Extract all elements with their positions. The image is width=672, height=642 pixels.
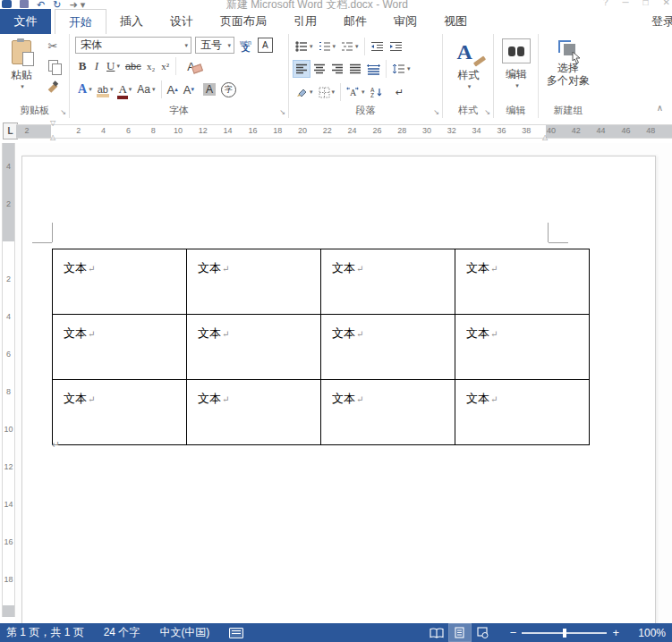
text-highlight-button[interactable]: ab▾ [95,80,116,98]
phonetic-guide-button[interactable]: wén 文 [240,40,251,51]
read-mode-button[interactable] [426,624,447,641]
bullets-button[interactable]: ▾ [293,38,316,55]
table-cell[interactable]: 文本↵ [53,315,187,380]
table-cell[interactable]: 文本↵ [321,249,455,315]
table-cell[interactable]: 文本↵ [455,380,590,445]
justify-button[interactable] [346,60,364,78]
zoom-out-button[interactable]: − [505,626,523,639]
print-layout-button[interactable] [449,624,471,641]
v-ruler[interactable]: 4224681012141618 [2,143,15,617]
line-spacing-dropdown-icon[interactable]: ▾ [407,65,411,72]
close-icon[interactable]: ✕ [663,0,670,7]
table-cell[interactable]: 文本↵ [321,315,455,380]
change-case-dropdown-icon[interactable]: ▾ [152,86,156,93]
web-layout-button[interactable] [472,624,494,641]
page[interactable]: 文本↵文本↵文本↵文本↵文本↵文本↵文本↵文本↵文本↵文本↵文本↵文本↵ ↵ [21,156,656,623]
font-color-button[interactable]: A▾ [115,80,134,98]
tab-设计[interactable]: 设计 [157,9,207,34]
superscript-button[interactable]: x² [158,57,173,75]
minimize-icon[interactable]: ─ [622,0,628,7]
table-cell[interactable]: 文本↵ [53,249,187,315]
document-area[interactable]: 文本↵文本↵文本↵文本↵文本↵文本↵文本↵文本↵文本↵文本↵文本↵文本↵ ↵ [15,143,672,623]
asian-layout-button[interactable]: A ▾ [344,83,368,101]
font-name-combo[interactable]: 宋体 ▾ [75,37,191,54]
zoom-percentage[interactable]: 100% [634,627,666,639]
right-indent-marker[interactable]: △ [542,134,548,141]
customize-qat-arrow-icon[interactable]: ➜ ▾ [69,0,85,9]
font-size-combo[interactable]: 五号 ▾ [195,37,234,54]
collapse-ribbon-icon[interactable]: ∧ [657,103,663,113]
doc-table[interactable]: 文本↵文本↵文本↵文本↵文本↵文本↵文本↵文本↵文本↵文本↵文本↵文本↵ [52,249,590,445]
show-hide-marks-button[interactable]: ↵ [393,83,407,101]
italic-button[interactable]: I [89,57,104,75]
font-dialog-launcher[interactable]: ↘ [279,109,285,116]
font-size-dropdown-icon[interactable]: ▾ [227,42,231,49]
sort-button[interactable]: AZ [368,83,386,101]
page-info[interactable]: 第 1 页，共 1 页 [6,625,84,640]
zoom-slider-track[interactable] [522,632,607,634]
underline-button[interactable]: U▾ [104,57,123,75]
paragraph-dialog-launcher[interactable]: ↘ [433,109,439,116]
language-status[interactable]: 中文(中国) [159,625,209,640]
cut-button[interactable]: ✂ [43,38,63,55]
tab-开始[interactable]: 开始 [55,9,106,34]
tab-页面布局[interactable]: 页面布局 [207,9,280,34]
zoom-in-button[interactable]: + [607,626,625,639]
character-border-button[interactable]: A [258,38,273,53]
enclose-characters-button[interactable]: 字 [218,80,239,98]
first-line-indent-marker[interactable]: ▽ [50,120,55,127]
change-case-button[interactable]: Aa▾ [134,80,157,98]
increase-indent-button[interactable] [387,38,405,55]
bold-button[interactable]: B [75,57,89,75]
shading-dropdown-icon[interactable]: ▾ [310,89,313,96]
line-spacing-button[interactable]: ▾ [389,60,413,78]
font-color-dropdown-icon[interactable]: ▾ [129,86,132,93]
tab-插入[interactable]: 插入 [106,9,157,34]
table-cell[interactable]: 文本↵ [187,380,321,445]
paste-button[interactable]: 粘贴 ▾ [4,38,39,102]
shrink-font-button[interactable]: A▾ [181,80,197,98]
sign-in-link[interactable]: 登录 [651,9,672,34]
align-center-button[interactable] [310,60,328,78]
table-cell[interactable]: 文本↵ [187,249,321,315]
table-cell[interactable]: 文本↵ [53,380,187,445]
strikethrough-button[interactable]: abc [123,57,144,75]
table-cell[interactable]: 文本↵ [455,315,590,380]
borders-button[interactable]: ▾ [316,83,338,101]
zoom-slider-thumb[interactable] [563,629,566,638]
editing-button[interactable]: 编辑 ▾ [500,38,532,89]
bullets-dropdown-icon[interactable]: ▾ [310,43,313,50]
numbering-button[interactable]: ▾ [316,38,339,55]
tab-引用[interactable]: 引用 [280,9,330,34]
table-cell[interactable]: 文本↵ [187,315,321,380]
h-ruler[interactable]: ▽ △ ▭ △ 22468101214161820222426283032343… [16,124,672,139]
styles-dropdown-icon[interactable]: ▾ [468,83,472,90]
font-name-dropdown-icon[interactable]: ▾ [184,42,188,49]
distribute-button[interactable] [364,60,383,78]
borders-dropdown-icon[interactable]: ▾ [332,89,336,96]
table-cell[interactable]: 文本↵ [321,380,455,445]
asian-layout-dropdown-icon[interactable]: ▾ [362,89,365,96]
editing-dropdown-icon[interactable]: ▾ [515,82,519,89]
multilevel-list-button[interactable]: ▾ [338,38,362,55]
align-right-button[interactable] [328,60,346,78]
word-count[interactable]: 24 个字 [104,625,140,640]
underline-dropdown-icon[interactable]: ▾ [116,63,120,70]
multilevel-dropdown-icon[interactable]: ▾ [355,43,359,50]
tab-审阅[interactable]: 审阅 [380,9,430,34]
select-multiple-objects-button[interactable]: 选择 多个对象 [542,38,594,87]
character-shading-button[interactable]: A [200,80,218,98]
paste-dropdown-icon[interactable]: ▾ [21,83,24,90]
align-left-button[interactable] [293,60,310,78]
styles-button[interactable]: A 样式 ▾ [448,38,489,101]
styles-dialog-launcher[interactable]: ↘ [484,109,490,116]
clear-formatting-button[interactable]: A [184,57,199,75]
undo-icon[interactable]: ↶ [37,0,45,9]
tab-file[interactable]: 文件 [0,9,51,34]
text-effects-button[interactable]: A▾ [75,80,95,98]
shading-button[interactable]: ▾ [293,83,316,101]
redo-icon[interactable]: ↻ [53,0,61,9]
save-icon[interactable] [20,0,29,8]
grow-font-button[interactable]: A▴ [165,80,181,98]
decrease-indent-button[interactable] [368,38,387,55]
